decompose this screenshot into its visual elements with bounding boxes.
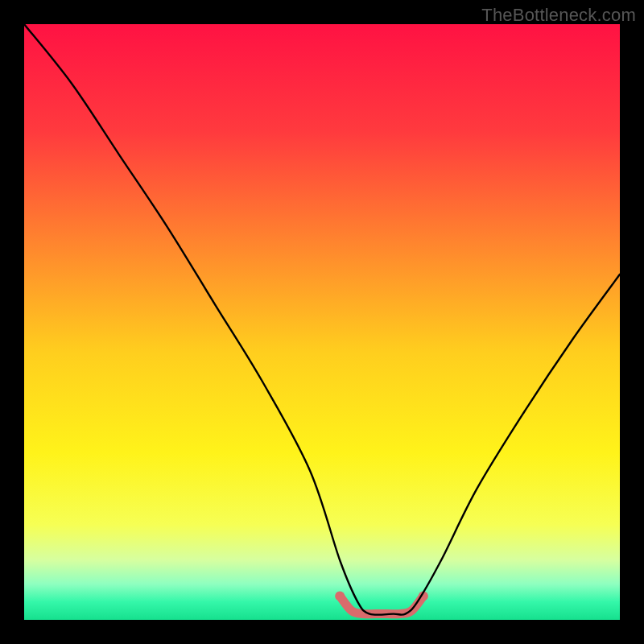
plot-area [24, 24, 620, 620]
chart-frame: TheBottleneck.com [0, 0, 644, 644]
curve-layer [24, 24, 620, 620]
watermark-text: TheBottleneck.com [481, 5, 636, 26]
sweet-spot-endpoint-left [335, 591, 345, 601]
bottleneck-curve [24, 24, 620, 615]
